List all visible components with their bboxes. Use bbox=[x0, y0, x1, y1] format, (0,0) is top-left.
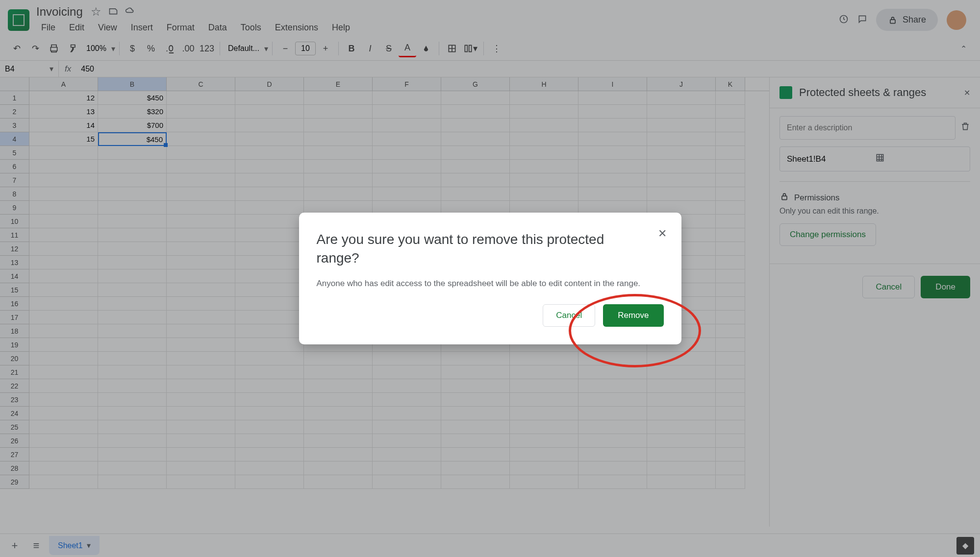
cell-A10[interactable] bbox=[29, 215, 98, 228]
cell-I22[interactable] bbox=[578, 379, 647, 393]
cell-D12[interactable] bbox=[235, 242, 304, 256]
dialog-cancel-button[interactable]: Cancel bbox=[543, 304, 595, 327]
cell-I26[interactable] bbox=[578, 434, 647, 448]
row-header[interactable]: 17 bbox=[0, 311, 29, 324]
decrease-font-button[interactable]: − bbox=[276, 40, 294, 57]
cell-I7[interactable] bbox=[578, 173, 647, 187]
cell-B28[interactable] bbox=[98, 461, 167, 475]
cell-K23[interactable] bbox=[716, 393, 745, 407]
cell-J29[interactable] bbox=[647, 475, 716, 489]
cell-K11[interactable] bbox=[716, 228, 745, 242]
cell-H3[interactable] bbox=[510, 119, 578, 132]
cell-H26[interactable] bbox=[510, 434, 578, 448]
row-header[interactable]: 16 bbox=[0, 297, 29, 311]
cell-C29[interactable] bbox=[167, 475, 235, 489]
select-range-icon[interactable] bbox=[875, 153, 963, 165]
cell-J2[interactable] bbox=[647, 105, 716, 119]
cell-H7[interactable] bbox=[510, 173, 578, 187]
all-sheets-button[interactable]: ≡ bbox=[27, 537, 45, 555]
font-size-input[interactable] bbox=[295, 42, 316, 55]
cell-B29[interactable] bbox=[98, 475, 167, 489]
cell-A9[interactable] bbox=[29, 201, 98, 215]
cell-K25[interactable] bbox=[716, 420, 745, 434]
cell-B5[interactable] bbox=[98, 146, 167, 160]
cell-E5[interactable] bbox=[304, 146, 373, 160]
cell-I6[interactable] bbox=[578, 160, 647, 173]
change-permissions-button[interactable]: Change permissions bbox=[779, 223, 876, 246]
cell-F22[interactable] bbox=[373, 379, 441, 393]
cell-A23[interactable] bbox=[29, 393, 98, 407]
cell-G6[interactable] bbox=[441, 160, 510, 173]
cell-I21[interactable] bbox=[578, 365, 647, 379]
cell-D25[interactable] bbox=[235, 420, 304, 434]
currency-button[interactable]: $ bbox=[124, 40, 141, 57]
cell-I8[interactable] bbox=[578, 187, 647, 201]
menu-extensions[interactable]: Extensions bbox=[270, 21, 323, 35]
add-sheet-button[interactable]: + bbox=[6, 537, 24, 555]
sheet-tab-1[interactable]: Sheet1 ▾ bbox=[49, 536, 100, 555]
row-header[interactable]: 21 bbox=[0, 365, 29, 379]
bold-button[interactable]: B bbox=[343, 40, 360, 57]
cell-K22[interactable] bbox=[716, 379, 745, 393]
cell-C21[interactable] bbox=[167, 365, 235, 379]
cell-A24[interactable] bbox=[29, 407, 98, 420]
name-box[interactable]: B4 ▾ bbox=[0, 61, 59, 77]
cell-H2[interactable] bbox=[510, 105, 578, 119]
cell-I29[interactable] bbox=[578, 475, 647, 489]
cell-H24[interactable] bbox=[510, 407, 578, 420]
row-header[interactable]: 10 bbox=[0, 215, 29, 228]
cell-D19[interactable] bbox=[235, 338, 304, 352]
cell-H25[interactable] bbox=[510, 420, 578, 434]
cell-J22[interactable] bbox=[647, 379, 716, 393]
cell-B13[interactable] bbox=[98, 256, 167, 269]
cell-B22[interactable] bbox=[98, 379, 167, 393]
cell-H5[interactable] bbox=[510, 146, 578, 160]
cell-H22[interactable] bbox=[510, 379, 578, 393]
cell-E29[interactable] bbox=[304, 475, 373, 489]
move-icon[interactable] bbox=[108, 5, 118, 19]
row-header[interactable]: 19 bbox=[0, 338, 29, 352]
number-format-button[interactable]: 123 bbox=[198, 40, 216, 57]
col-header-E[interactable]: E bbox=[304, 77, 373, 91]
description-input[interactable] bbox=[779, 116, 955, 140]
cell-K10[interactable] bbox=[716, 215, 745, 228]
cell-D20[interactable] bbox=[235, 352, 304, 365]
row-header[interactable]: 23 bbox=[0, 393, 29, 407]
cell-A21[interactable] bbox=[29, 365, 98, 379]
cell-A15[interactable] bbox=[29, 283, 98, 297]
cell-A5[interactable] bbox=[29, 146, 98, 160]
cell-C1[interactable] bbox=[167, 91, 235, 105]
cell-C15[interactable] bbox=[167, 283, 235, 297]
cell-J27[interactable] bbox=[647, 448, 716, 461]
cell-G22[interactable] bbox=[441, 379, 510, 393]
cell-G23[interactable] bbox=[441, 393, 510, 407]
cell-C3[interactable] bbox=[167, 119, 235, 132]
cell-J21[interactable] bbox=[647, 365, 716, 379]
cell-B4[interactable]: $450 bbox=[98, 132, 167, 146]
cell-C23[interactable] bbox=[167, 393, 235, 407]
cell-D6[interactable] bbox=[235, 160, 304, 173]
cell-J20[interactable] bbox=[647, 352, 716, 365]
print-button[interactable] bbox=[45, 40, 63, 57]
cell-C17[interactable] bbox=[167, 311, 235, 324]
cell-B14[interactable] bbox=[98, 269, 167, 283]
cell-A27[interactable] bbox=[29, 448, 98, 461]
cell-F25[interactable] bbox=[373, 420, 441, 434]
cell-K12[interactable] bbox=[716, 242, 745, 256]
cell-B18[interactable] bbox=[98, 324, 167, 338]
cell-A20[interactable] bbox=[29, 352, 98, 365]
col-header-K[interactable]: K bbox=[716, 77, 745, 91]
cell-K8[interactable] bbox=[716, 187, 745, 201]
cell-F23[interactable] bbox=[373, 393, 441, 407]
cell-B1[interactable]: $450 bbox=[98, 91, 167, 105]
cell-C27[interactable] bbox=[167, 448, 235, 461]
cell-B2[interactable]: $320 bbox=[98, 105, 167, 119]
cell-B19[interactable] bbox=[98, 338, 167, 352]
cell-E4[interactable] bbox=[304, 132, 373, 146]
menu-edit[interactable]: Edit bbox=[64, 21, 89, 35]
cell-E6[interactable] bbox=[304, 160, 373, 173]
share-button[interactable]: Share bbox=[876, 9, 938, 31]
cell-G2[interactable] bbox=[441, 105, 510, 119]
cell-G21[interactable] bbox=[441, 365, 510, 379]
cell-C14[interactable] bbox=[167, 269, 235, 283]
